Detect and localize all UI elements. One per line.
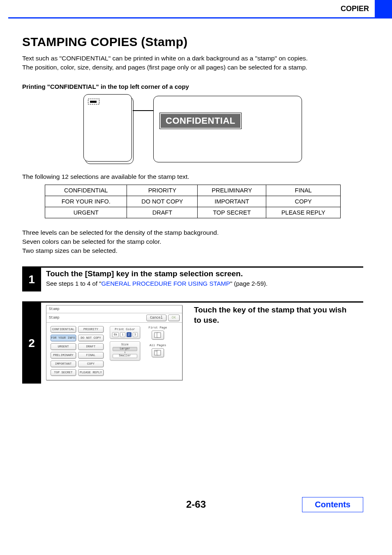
print-color-label: Print Color: [110, 328, 140, 331]
print-color-group[interactable]: Print Color Bk 1 2 3: [110, 326, 140, 339]
stamp-cell: IMPORTANT: [198, 196, 266, 207]
example-heading: Printing "CONFIDENTIAL" in the top left …: [22, 83, 363, 90]
stamp-position-icon: [88, 99, 99, 107]
svg-rect-5: [157, 350, 161, 355]
note-sizes: Two stamp sizes can be selected.: [22, 246, 363, 255]
color-chip-2[interactable]: 2: [127, 332, 131, 337]
svg-rect-3: [157, 333, 161, 338]
stamp-option[interactable]: PRIORITY: [78, 326, 104, 333]
stamp-option[interactable]: CONFIDENTIAL: [51, 326, 76, 333]
panel-title: Stamp: [46, 305, 182, 313]
stamp-cell: PLEASE REPLY: [266, 207, 341, 218]
color-chip-1[interactable]: 1: [120, 332, 125, 337]
step-number-1: 1: [22, 268, 41, 291]
size-label: Size: [110, 343, 140, 346]
stamp-cell: PRELIMINARY: [198, 185, 266, 196]
step-1-link[interactable]: GENERAL PROCEDURE FOR USING STAMP: [101, 280, 230, 287]
step-1-sub-suffix: " (page 2-59).: [230, 280, 267, 287]
step-number-2: 2: [22, 303, 41, 384]
stamp-cell: PRIORITY: [127, 185, 198, 196]
all-pages-icon: [154, 350, 161, 356]
stamp-option[interactable]: IMPORTANT: [51, 361, 76, 367]
color-chip-3[interactable]: 3: [133, 332, 138, 337]
stamp-option[interactable]: COPY: [78, 361, 104, 367]
stamp-option[interactable]: TOP SECRET: [51, 369, 76, 376]
section-accent: [375, 0, 392, 17]
stamp-cell: TOP SECRET: [198, 207, 266, 218]
contents-button[interactable]: Contents: [302, 497, 363, 512]
stamp-cell: DO NOT COPY: [127, 196, 198, 207]
stamp-option[interactable]: DO NOT COPY: [78, 335, 104, 341]
stamp-cell: COPY: [266, 196, 341, 207]
stamp-option[interactable]: PLEASE REPLY: [78, 369, 104, 376]
stamp-cell: DRAFT: [127, 207, 198, 218]
svg-rect-1: [90, 101, 97, 103]
first-page-label: First Page: [148, 326, 167, 329]
step-1-title: Touch the [Stamp] key in the stamp selec…: [46, 269, 363, 278]
stamp-option[interactable]: DRAFT: [78, 343, 104, 350]
all-pages-button[interactable]: [152, 348, 164, 357]
intro-line-1: Text such as "CONFIDENTIAL" can be print…: [22, 54, 363, 63]
stamp-table: CONFIDENTIAL PRIORITY PRELIMINARY FINAL …: [45, 185, 341, 218]
stamp-cell: CONFIDENTIAL: [45, 185, 127, 196]
size-group[interactable]: Size Larger ⇕ Smaller: [110, 341, 140, 360]
page-title: STAMPING COPIES (Stamp): [22, 35, 363, 49]
color-chip-bk[interactable]: Bk: [112, 332, 119, 337]
panel-tab-label: Stamp: [49, 316, 145, 320]
ok-button[interactable]: OK: [168, 314, 180, 321]
cancel-button[interactable]: Cancel: [146, 314, 166, 321]
size-smaller[interactable]: Smaller: [113, 354, 137, 358]
illustration: CONFIDENTIAL: [22, 94, 363, 164]
stamp-option[interactable]: FOR YOUR INFO.: [51, 335, 76, 341]
selections-intro: The following 12 selections are availabl…: [22, 173, 363, 180]
all-pages-label: All Pages: [150, 344, 166, 347]
stamp-option[interactable]: URGENT: [51, 343, 76, 350]
section-label: COPIER: [341, 5, 375, 13]
note-density: Three levels can be selected for the den…: [22, 228, 363, 237]
stamp-option[interactable]: PRELIMINARY: [51, 352, 76, 358]
first-page-icon: [154, 332, 161, 338]
step-2-title: Touch the key of the stamp that you wish…: [194, 305, 350, 325]
stamp-cell: FOR YOUR INFO.: [45, 196, 127, 207]
first-page-button[interactable]: [152, 331, 164, 340]
step-1-sub-prefix: See steps 1 to 4 of ": [46, 280, 101, 287]
stamp-panel: Stamp Stamp Cancel OK CONFIDENTIAL PRIOR…: [46, 305, 182, 380]
intro-line-2: The position, color, size, density, and …: [22, 63, 363, 72]
stamp-option[interactable]: FINAL: [78, 352, 104, 358]
note-colors: Seven colors can be selected for the sta…: [22, 237, 363, 246]
stamp-sample: CONFIDENTIAL: [161, 114, 240, 128]
arrow-icon: [133, 110, 153, 111]
stamp-cell: FINAL: [266, 185, 341, 196]
stamp-cell: URGENT: [45, 207, 127, 218]
